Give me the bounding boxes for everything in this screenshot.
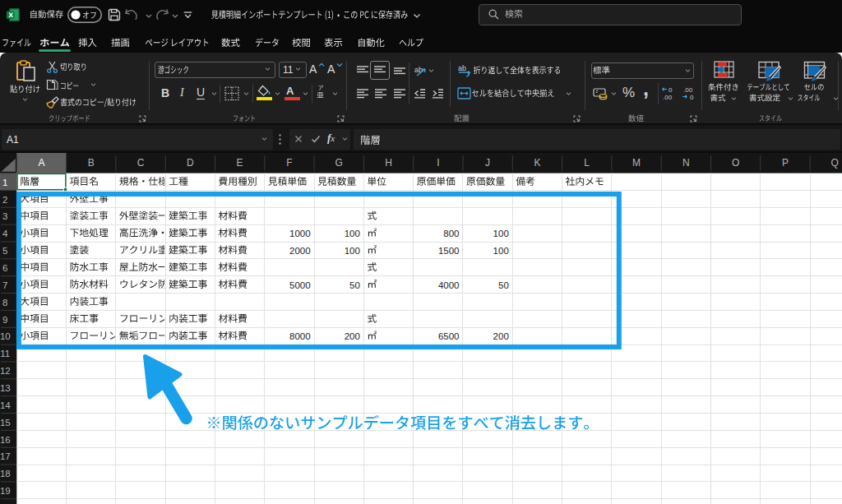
svg-text:15: 15: [0, 418, 11, 428]
svg-text:0: 0: [669, 86, 673, 94]
svg-text:8000: 8000: [289, 331, 311, 341]
svg-text:1500: 1500: [438, 246, 460, 256]
svg-text:P: P: [782, 157, 789, 169]
svg-text:C: C: [137, 157, 145, 169]
svg-text:13: 13: [0, 383, 11, 393]
svg-text:ab: ab: [458, 64, 466, 72]
svg-text:M: M: [632, 157, 641, 169]
svg-text:6500: 6500: [438, 331, 460, 341]
svg-text:5: 5: [2, 246, 7, 256]
svg-text:2000: 2000: [289, 246, 311, 256]
svg-text:I: I: [437, 157, 439, 169]
svg-text:Q: Q: [831, 157, 839, 169]
svg-text:100: 100: [345, 229, 360, 238]
svg-text:4000: 4000: [438, 280, 460, 290]
svg-text:9: 9: [2, 315, 7, 325]
svg-text:4: 4: [2, 229, 8, 238]
svg-text:100: 100: [493, 229, 509, 238]
svg-text:100: 100: [493, 246, 509, 256]
svg-text:B: B: [88, 157, 95, 169]
svg-text:2: 2: [2, 195, 7, 205]
svg-text:17: 17: [0, 451, 11, 461]
svg-text:G: G: [335, 157, 343, 169]
svg-text:5000: 5000: [289, 280, 311, 290]
svg-text:.00: .00: [663, 94, 673, 100]
svg-text:7: 7: [2, 280, 7, 290]
svg-text:12: 12: [0, 366, 11, 376]
svg-text:N: N: [682, 157, 690, 169]
svg-text:19: 19: [0, 486, 11, 496]
svg-text:1000: 1000: [289, 229, 311, 238]
svg-text:H: H: [385, 157, 392, 169]
svg-text:10: 10: [0, 331, 11, 341]
svg-text:800: 800: [443, 229, 459, 238]
svg-text:ab: ab: [414, 66, 423, 74]
svg-text:16: 16: [0, 435, 11, 445]
svg-text:100: 100: [345, 246, 360, 256]
svg-text:F: F: [286, 157, 292, 169]
svg-text:200: 200: [345, 331, 360, 341]
svg-text:O: O: [732, 157, 739, 169]
svg-text:50: 50: [349, 280, 360, 290]
svg-text:E: E: [237, 157, 243, 169]
svg-text:3: 3: [2, 211, 7, 221]
svg-text:200: 200: [493, 331, 509, 341]
svg-text:L: L: [584, 157, 590, 169]
svg-text:K: K: [534, 157, 540, 169]
svg-text:6: 6: [2, 263, 7, 273]
svg-text:0: 0: [690, 94, 694, 100]
svg-text:8: 8: [2, 298, 7, 307]
svg-text:A: A: [38, 157, 44, 169]
svg-text:50: 50: [498, 280, 509, 290]
svg-text:1: 1: [2, 178, 7, 187]
svg-text:11: 11: [0, 349, 10, 358]
svg-text:.00: .00: [683, 86, 693, 94]
svg-text:J: J: [485, 157, 490, 169]
svg-text:14: 14: [0, 400, 11, 410]
svg-text:D: D: [187, 157, 194, 169]
svg-text:18: 18: [0, 469, 11, 479]
